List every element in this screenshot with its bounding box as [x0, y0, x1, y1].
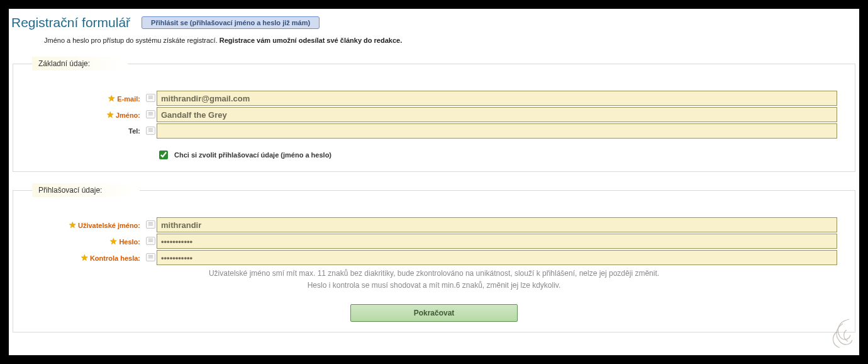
hint-username: Uživatelské jméno smí mít max. 11 znaků … — [19, 268, 849, 280]
continue-button[interactable]: Pokračovat — [350, 304, 518, 322]
intro-text: Jméno a heslo pro přístup do systému zís… — [9, 34, 859, 53]
note-icon[interactable] — [146, 110, 155, 118]
legend-basic: Základní údaje: — [32, 57, 128, 71]
label-password-confirm: Kontrola hesla: — [90, 254, 140, 262]
decorative-curls-icon — [805, 316, 855, 351]
hint-password: Heslo i kontrola se musí shodovat a mít … — [19, 280, 849, 292]
password-confirm-input[interactable] — [157, 250, 837, 265]
star-icon: ★ — [81, 253, 89, 263]
legend-login: Přihlašovací údaje: — [32, 183, 140, 197]
choose-login-label: Chci si zvolit přihlašovací údaje (jméno… — [174, 151, 331, 159]
note-icon[interactable] — [146, 237, 155, 245]
intro-lead: Jméno a heslo pro přístup do systému zís… — [44, 37, 220, 44]
page-title: Registrační formulář — [11, 15, 130, 30]
name-input[interactable] — [157, 107, 837, 122]
label-email: E-mail: — [117, 95, 140, 103]
label-password: Heslo: — [119, 238, 140, 246]
note-icon[interactable] — [146, 220, 155, 229]
label-username: Uživatelské jméno: — [78, 222, 140, 229]
label-name: Jméno: — [116, 111, 140, 119]
star-icon: ★ — [108, 93, 116, 103]
username-input[interactable] — [157, 217, 837, 232]
intro-bold: Registrace vám umožní odesílat své článk… — [220, 37, 402, 44]
label-tel: Tel: — [128, 127, 140, 135]
tel-input[interactable] — [157, 123, 837, 139]
email-input[interactable] — [157, 91, 837, 106]
login-existing-button[interactable]: Přihlásit se (přihlašovací jméno a heslo… — [142, 16, 320, 29]
star-icon: ★ — [106, 110, 114, 120]
password-input[interactable] — [157, 234, 837, 249]
star-icon: ★ — [69, 220, 77, 230]
fieldset-basic: Základní údaje: ★E-mail: ★Jméno: Tel: Ch… — [13, 57, 855, 172]
note-icon[interactable] — [146, 127, 155, 135]
star-icon: ★ — [109, 236, 118, 246]
note-icon[interactable] — [146, 253, 155, 261]
note-icon[interactable] — [146, 94, 155, 102]
fieldset-login: Přihlašovací údaje: ★Uživatelské jméno: … — [13, 183, 855, 333]
choose-login-checkbox[interactable] — [159, 151, 168, 159]
